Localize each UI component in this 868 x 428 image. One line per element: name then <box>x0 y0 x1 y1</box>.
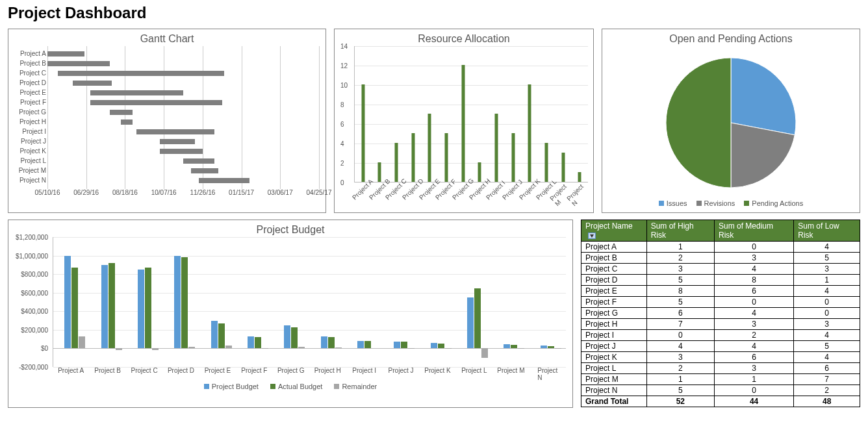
risk-col-header: Project Name <box>581 220 647 242</box>
budget-bar <box>445 348 452 349</box>
budget-bar <box>364 341 371 348</box>
gantt-row-label: Project K <box>11 147 46 155</box>
risk-value: 3 <box>714 253 793 264</box>
gantt-x-tick: 04/25/17 <box>307 189 332 196</box>
gantt-row-label: Project A <box>11 50 46 57</box>
gantt-row-label: Project D <box>11 79 46 86</box>
gantt-row-label: Project G <box>11 108 46 116</box>
budget-chart-card: Project Budget -$200,000$0$200,000$400,0… <box>8 220 573 408</box>
gantt-row-label: Project F <box>11 99 46 106</box>
page-title: Project Dashboard <box>8 4 860 22</box>
risk-value: 3 <box>714 319 793 330</box>
risk-value: 5 <box>794 253 860 264</box>
gantt-row-label: Project J <box>11 138 46 145</box>
budget-bar <box>401 342 407 348</box>
budget-bar <box>145 268 151 348</box>
budget-x-tick: Project C <box>131 367 158 374</box>
resource-y-tick: 8 <box>340 101 344 108</box>
risk-value: 3 <box>646 352 714 363</box>
gantt-bar <box>160 139 195 144</box>
risk-value: 0 <box>714 297 793 308</box>
resource-bar <box>561 153 565 182</box>
risk-value: 2 <box>794 385 860 396</box>
gantt-row-label: Project H <box>11 118 46 125</box>
resource-chart-card: Resource Allocation 24681012140 Project … <box>334 29 594 213</box>
gantt-plot-area: Project AProject BProject CProject DProj… <box>47 46 319 189</box>
budget-bar <box>152 348 159 350</box>
resource-y-tick: 14 <box>340 43 348 50</box>
gantt-x-tick: 10/07/16 <box>151 189 177 196</box>
gantt-x-tick: 08/18/16 <box>112 189 138 196</box>
budget-bar <box>262 348 268 349</box>
table-row: Project H733 <box>581 319 860 330</box>
table-row: Project F500 <box>581 297 860 308</box>
budget-bar <box>474 288 481 349</box>
gantt-x-tick: 05/10/16 <box>35 189 60 196</box>
resource-bar <box>361 84 364 182</box>
budget-bar <box>328 337 335 348</box>
budget-bar <box>394 342 400 349</box>
risk-value: 4 <box>794 242 860 253</box>
budget-bar <box>481 348 488 357</box>
risk-value: 8 <box>646 286 714 297</box>
gantt-x-tick: 03/06/17 <box>268 189 293 196</box>
resource-bar <box>511 133 515 182</box>
risk-table: Project NameSum of High RiskSum of Mediu… <box>581 220 860 407</box>
table-row: Project D581 <box>581 275 860 286</box>
risk-value: 2 <box>646 363 714 374</box>
risk-project-name: Project L <box>581 363 647 374</box>
pie-legend-item: Pending Actions <box>744 199 803 207</box>
table-row: Project I024 <box>581 330 860 341</box>
budget-title: Project Budget <box>8 220 572 237</box>
budget-legend-item: Project Budget <box>204 383 259 390</box>
budget-bar <box>211 321 218 349</box>
pie-legend: IssuesRevisionsPending Actions <box>659 199 803 207</box>
risk-value: 1 <box>794 275 860 286</box>
risk-value: 5 <box>646 275 714 286</box>
budget-legend: Project BudgetActual BudgetRemainder <box>8 383 572 390</box>
budget-x-tick: Project E <box>205 367 231 374</box>
gantt-chart-card: Gantt Chart Project AProject BProject CP… <box>8 29 326 213</box>
risk-project-name: Project H <box>581 319 647 330</box>
resource-bar <box>528 84 531 182</box>
budget-bar <box>431 343 437 349</box>
gantt-bar <box>47 61 110 66</box>
grand-total-value: 44 <box>714 396 793 407</box>
risk-value: 3 <box>794 319 860 330</box>
grand-total-value: 48 <box>794 396 860 407</box>
gantt-bar <box>183 158 214 164</box>
gantt-x-tick: 06/29/16 <box>73 189 99 196</box>
budget-y-tick: $1,200,000 <box>9 234 48 241</box>
risk-value: 3 <box>714 363 793 374</box>
budget-bar <box>188 347 195 349</box>
resource-bar <box>494 114 498 182</box>
risk-project-name: Project E <box>581 286 647 297</box>
risk-project-name: Project F <box>581 297 647 308</box>
budget-bar <box>408 348 415 349</box>
risk-project-name: Project D <box>581 275 647 286</box>
budget-bar <box>116 348 122 350</box>
budget-x-tick: Project K <box>424 367 451 374</box>
gantt-bar <box>58 71 225 76</box>
risk-value: 7 <box>794 374 860 385</box>
budget-x-tick: Project J <box>389 367 414 374</box>
risk-value: 0 <box>646 330 714 341</box>
risk-value: 0 <box>794 308 860 319</box>
risk-value: 6 <box>646 308 714 319</box>
budget-bar <box>467 297 474 349</box>
risk-project-name: Project M <box>581 374 647 385</box>
budget-plot-area: -$200,000$0$200,000$400,000$600,000$800,… <box>53 237 566 367</box>
filter-dropdown-icon[interactable] <box>588 233 596 239</box>
budget-bar <box>555 348 561 349</box>
risk-value: 3 <box>794 264 860 275</box>
table-row: Project G640 <box>581 308 860 319</box>
gantt-title: Gantt Chart <box>8 29 326 46</box>
resource-x-axis: Project AProject BProject CProject DProj… <box>354 183 588 208</box>
budget-bar <box>518 348 524 349</box>
gantt-row-label: Project N <box>11 177 46 184</box>
budget-bar <box>284 325 290 349</box>
gantt-row-label: Project E <box>11 89 46 96</box>
budget-bar <box>138 270 144 348</box>
risk-project-name: Project I <box>581 330 647 341</box>
budget-bar <box>71 268 78 348</box>
